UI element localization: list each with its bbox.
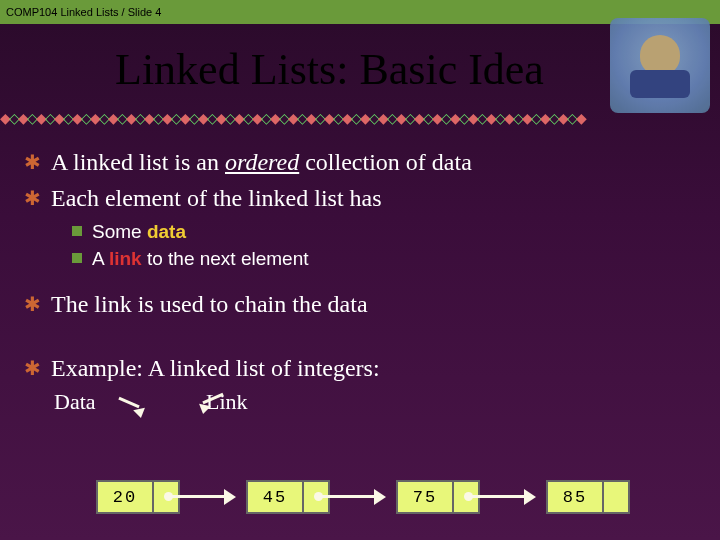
bullet-icon: ✱: [24, 149, 41, 178]
list-node: 85: [546, 480, 630, 514]
text-bold: data: [147, 221, 186, 242]
linked-list-diagram: 20 45 75 85: [96, 478, 700, 516]
data-label: Data: [54, 389, 96, 414]
text-bold: link: [109, 248, 142, 269]
text: A linked list is an: [51, 149, 225, 175]
arrow-icon: [112, 399, 146, 419]
link-arrow-icon: [330, 480, 396, 514]
square-icon: [72, 226, 82, 236]
node-value: 85: [546, 480, 604, 514]
bullet-icon: ✱: [24, 185, 41, 214]
sub-text: A link to the next element: [92, 246, 309, 272]
decorative-divider: ◆◇◆◇◆◇◆◇◆◇◆◇◆◇◆◇◆◇◆◇◆◇◆◇◆◇◆◇◆◇◆◇◆◇◆◇◆◇◆◇…: [0, 110, 720, 126]
bullet-icon: ✱: [24, 291, 41, 320]
slide-header-text: COMP104 Linked Lists / Slide 4: [6, 6, 161, 18]
node-value: 20: [96, 480, 154, 514]
content-area: ✱ A linked list is an ordered collection…: [0, 116, 720, 419]
text: Some: [92, 221, 147, 242]
bullet-text: Each element of the linked list has: [51, 182, 382, 214]
link-arrow-icon: [180, 480, 246, 514]
text: to the next element: [142, 248, 309, 269]
node-value: 45: [246, 480, 304, 514]
link-label: Link: [206, 389, 696, 415]
arrow-icon: [196, 395, 230, 415]
sub-text: Some data: [92, 219, 186, 245]
slide-title: Linked Lists: Basic Idea: [115, 44, 720, 95]
link-arrow-icon: [480, 480, 546, 514]
bullet-text: The link is used to chain the data: [51, 288, 368, 320]
node-pointer: [604, 480, 630, 514]
bullet-2: ✱ Each element of the linked list has: [24, 182, 696, 214]
text: A: [92, 248, 109, 269]
square-icon: [72, 253, 82, 263]
text-emph: ordered: [225, 149, 299, 175]
sub-bullet-2: A link to the next element: [72, 246, 696, 272]
bullet-3: ✱ The link is used to chain the data: [24, 288, 696, 320]
bullet-text: Example: A linked list of integers:: [51, 352, 380, 384]
bullet-1: ✱ A linked list is an ordered collection…: [24, 146, 696, 178]
bullet-icon: ✱: [24, 355, 41, 384]
node-value: 75: [396, 480, 454, 514]
bullet-4: ✱ Example: A linked list of integers:: [24, 352, 696, 384]
sub-bullet-1: Some data: [72, 219, 696, 245]
text: collection of data: [299, 149, 472, 175]
title-area: Linked Lists: Basic Idea ◆◇◆◇◆◇◆◇◆◇◆◇◆◇◆…: [0, 44, 720, 116]
bullet-text: A linked list is an ordered collection o…: [51, 146, 472, 178]
